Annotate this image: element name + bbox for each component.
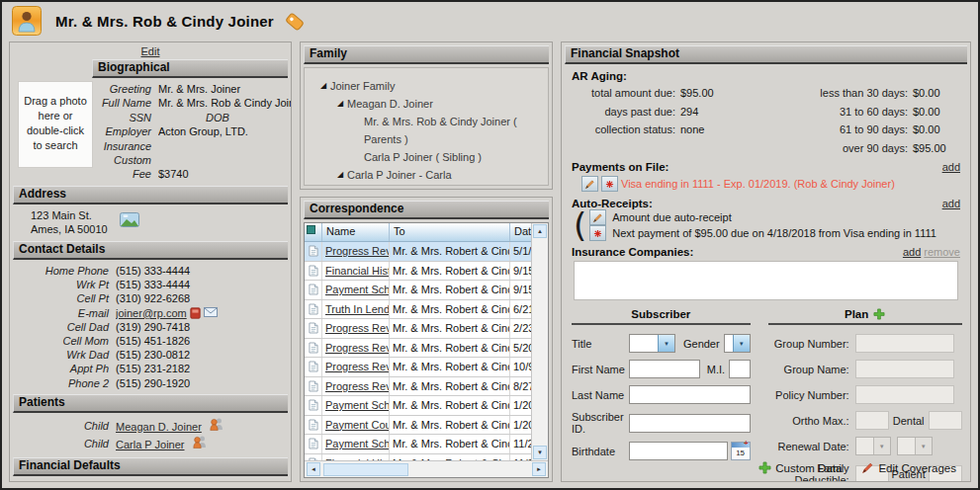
aging-label: over 90 days: xyxy=(735,139,913,158)
mi-field[interactable] xyxy=(729,360,750,378)
scrollbar-thumb[interactable] xyxy=(323,463,408,476)
delete-auto-receipt-button[interactable] xyxy=(589,225,606,241)
group-name-field[interactable] xyxy=(855,360,954,378)
edit-auto-receipt-button[interactable] xyxy=(589,209,606,225)
tree-expander-icon[interactable]: ◢ xyxy=(333,95,347,113)
custom-data-button[interactable]: Custom Data xyxy=(758,461,842,474)
correspondence-date: 6/21/ xyxy=(510,300,531,319)
correspondence-row[interactable]: Payment Schedule Mr. & Mrs. Robert & Cin… xyxy=(305,281,531,300)
correspondence-name-link[interactable]: Progress Review xyxy=(325,322,390,334)
patient-entry: Meagan D. Joiner xyxy=(116,417,288,436)
renewal-day-select[interactable]: ▼ xyxy=(897,437,933,455)
renewal-month-select[interactable]: ▼ xyxy=(855,437,891,455)
correspondence-name-link[interactable]: Progress Review xyxy=(325,342,390,354)
edit-coverages-button[interactable]: Edit Coverages xyxy=(861,461,956,474)
correspondence-row[interactable]: Progress Review Mr. & Mrs. Robert & Cind… xyxy=(305,358,531,377)
add-auto-receipt-link[interactable]: add xyxy=(942,198,960,209)
photo-dropzone[interactable]: Drag a photo here or double-click to sea… xyxy=(18,81,93,168)
aging-label: total amount due: xyxy=(572,84,680,103)
correspondence-name-link[interactable]: Truth In Lending xyxy=(325,303,390,315)
correspondence-name-link[interactable]: Payment Schedule xyxy=(325,438,390,449)
correspondence-row[interactable]: Payment Schedule Mr. & Mrs. Robert & Cin… xyxy=(305,396,531,416)
phone-value: (515) 333-4444 xyxy=(116,264,288,278)
group-number-field[interactable] xyxy=(855,334,954,353)
scroll-left-icon[interactable]: ◄ xyxy=(307,462,320,476)
correspondence-header: Correspondence xyxy=(304,201,549,219)
tree-item[interactable]: ◢Meagan D. Joiner xyxy=(309,95,544,113)
tree-item[interactable]: Carla P Joiner ( Sibling ) xyxy=(309,148,544,166)
correspondence-row[interactable]: Truth In Lending Mr. & Mrs. Robert & Cin… xyxy=(305,300,531,320)
field-label: Phone 2 xyxy=(13,376,116,390)
custom-data-label: Custom Data xyxy=(775,462,842,474)
scroll-right-icon[interactable]: ► xyxy=(532,462,546,476)
grid-select-all[interactable] xyxy=(305,223,322,241)
correspondence-row[interactable]: Progress Review Mr. & Mrs. Robert & Cind… xyxy=(305,339,531,359)
red-x-icon xyxy=(593,229,602,238)
plan-title: Plan xyxy=(845,308,868,320)
ortho-max-field[interactable] xyxy=(855,411,889,430)
mi-label: M.I. xyxy=(707,364,725,375)
policy-number-field[interactable] xyxy=(855,385,954,404)
tree-item[interactable]: ◢Joiner Family xyxy=(309,77,544,95)
patient-link[interactable]: Carla P Joiner xyxy=(116,439,185,450)
add-plan-icon[interactable] xyxy=(873,308,885,320)
field-value xyxy=(158,153,292,167)
add-payment-link[interactable]: add xyxy=(942,161,960,173)
correspondence-name-link[interactable]: Payment Coupons xyxy=(325,419,390,431)
family-members-icon[interactable] xyxy=(192,435,208,449)
email-flag-icon[interactable] xyxy=(190,307,201,319)
send-email-icon[interactable] xyxy=(204,307,218,317)
vertical-scrollbar[interactable]: ▲ ▼ xyxy=(531,223,548,460)
column-header-name[interactable]: Name xyxy=(322,223,390,241)
title-select[interactable]: ▼ xyxy=(629,334,675,353)
tree-item[interactable]: ◢Carla P Joiner - Carla xyxy=(309,166,544,184)
field-label: Misc. Charge Late Fee xyxy=(13,480,163,482)
address-value: 123 Main St. Ames, IA 50010 xyxy=(31,208,108,237)
correspondence-name-link[interactable]: Payment Schedule xyxy=(325,399,390,411)
family-members-icon[interactable] xyxy=(209,417,224,431)
correspondence-name-link[interactable]: Progress Review xyxy=(325,380,390,392)
last-name-field[interactable] xyxy=(629,385,751,404)
correspondence-row[interactable]: Financial History Mr. & Mrs. Robert & Ci… xyxy=(305,262,531,282)
main-content: Edit Biographical Drag a photo here or d… xyxy=(2,40,978,488)
subscriber-id-field[interactable] xyxy=(629,414,751,433)
horizontal-scrollbar[interactable]: ◄ ► xyxy=(305,460,548,477)
remove-insurance-link[interactable]: remove xyxy=(924,246,960,258)
document-icon xyxy=(309,438,318,449)
correspondence-name-link[interactable]: Payment Schedule xyxy=(325,284,390,295)
insurance-companies-list[interactable] xyxy=(574,261,958,300)
dental-max-field[interactable] xyxy=(929,411,962,430)
column-header-date[interactable]: Date xyxy=(510,223,531,241)
delete-payment-button[interactable] xyxy=(601,176,618,192)
map-icon[interactable] xyxy=(120,212,139,227)
column-header-to[interactable]: To xyxy=(390,223,510,241)
correspondence-name-link[interactable]: Progress Review xyxy=(325,245,390,257)
gender-select[interactable]: ▼ xyxy=(724,334,751,353)
patient-link[interactable]: Meagan D. Joiner xyxy=(116,421,202,433)
add-insurance-link[interactable]: add xyxy=(903,246,921,258)
titlebar: Mr. & Mrs. Rob & Cindy Joiner xyxy=(2,2,978,40)
correspondence-row[interactable]: Payment Coupons Mr. & Mrs. Robert & Cind… xyxy=(305,416,531,436)
email-link[interactable]: joiner@rp.com xyxy=(116,307,187,319)
scroll-up-icon[interactable]: ▲ xyxy=(533,224,547,238)
correspondence-name-link[interactable]: Progress Review xyxy=(325,361,390,372)
edit-link[interactable]: Edit xyxy=(141,45,160,57)
tree-item[interactable]: Mr. & Mrs. Rob & Cindy Joiner ( Parents … xyxy=(309,113,544,148)
correspondence-to: Mr. & Mrs. Robert & Cindy xyxy=(390,300,510,319)
tree-expander-icon[interactable]: ◢ xyxy=(316,77,330,95)
correspondence-name-link[interactable]: Financial History xyxy=(325,265,390,277)
first-name-field[interactable] xyxy=(629,360,700,378)
field-label: Greeting xyxy=(95,82,158,96)
edit-payment-button[interactable] xyxy=(581,176,598,192)
tree-expander-icon[interactable]: ◢ xyxy=(333,166,347,184)
tag-icon[interactable] xyxy=(284,12,306,32)
field-value: Acton Group, LTD. xyxy=(158,124,292,138)
gender-label: Gender xyxy=(683,338,720,350)
correspondence-row[interactable]: Progress Review Mr. & Mrs. Robert & Cind… xyxy=(305,377,531,397)
correspondence-to: Mr. & Mrs. Robert & Cindy xyxy=(390,396,510,415)
correspondence-row[interactable]: Progress Review Mr. & Mrs. Robert & Cind… xyxy=(305,319,531,339)
tree-item[interactable]: Meagan D. Joiner ( Sibling ) xyxy=(309,184,544,186)
scroll-down-icon[interactable]: ▼ xyxy=(533,446,547,459)
correspondence-row[interactable]: Payment Schedule Mr. & Mrs. Robert & Cin… xyxy=(305,435,531,454)
correspondence-row[interactable]: Progress Review Mr. & Mrs. Robert & Cind… xyxy=(305,242,531,262)
